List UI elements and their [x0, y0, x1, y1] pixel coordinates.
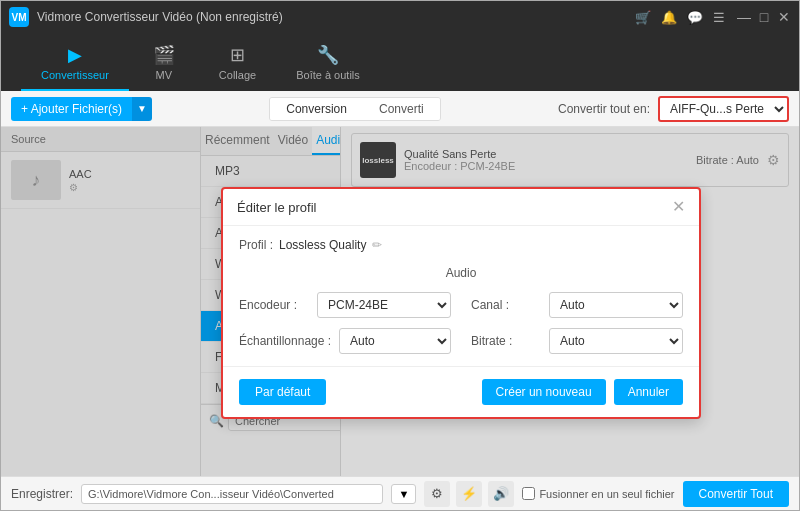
menu-icon[interactable]: ☰ — [713, 10, 725, 25]
sampling-label: Échantillonnage : — [239, 334, 331, 348]
bitrate-select[interactable]: Auto 128k 192k 256k 320k — [549, 328, 683, 354]
toolbar: + Ajouter Fichier(s) ▼ Conversion Conver… — [1, 91, 799, 127]
convert-all-label: Convertir tout en: — [558, 102, 650, 116]
modal-footer: Par défaut Créer un nouveau Annuler — [223, 366, 699, 417]
chat-icon[interactable]: 💬 — [687, 10, 703, 25]
merge-checkbox-label[interactable]: Fusionner en un seul fichier — [522, 487, 674, 500]
nav-mv[interactable]: 🎬 MV — [129, 38, 199, 91]
bell-icon[interactable]: 🔔 — [661, 10, 677, 25]
encoder-select[interactable]: PCM-24BE PCM-16BE PCM-8 AAC MP3 — [317, 292, 451, 318]
modal-overlay: Éditer le profil ✕ Profil : Lossless Qua… — [1, 127, 799, 476]
channel-label: Canal : — [471, 298, 541, 312]
mv-icon: 🎬 — [153, 44, 175, 66]
tool1-icon-btn[interactable]: ⚡ — [456, 481, 482, 507]
maximize-button[interactable]: □ — [757, 10, 771, 24]
nav-convertisseur[interactable]: ▶ Convertisseur — [21, 38, 129, 91]
modal-audio-section: Audio — [239, 266, 683, 280]
save-label: Enregistrer: — [11, 487, 73, 501]
cart-icon[interactable]: 🛒 — [635, 10, 651, 25]
window-title: Vidmore Convertisseur Vidéo (Non enregis… — [37, 10, 635, 24]
create-new-button[interactable]: Créer un nouveau — [482, 379, 606, 405]
merge-checkbox[interactable] — [522, 487, 535, 500]
titlebar-action-icons: 🛒 🔔 💬 ☰ — [635, 10, 725, 25]
tab-converti[interactable]: Converti — [363, 98, 440, 120]
nav-convertisseur-label: Convertisseur — [41, 69, 109, 81]
convert-all-button[interactable]: Convertir Tout — [683, 481, 789, 507]
modal-close-button[interactable]: ✕ — [672, 199, 685, 215]
modal-header: Éditer le profil ✕ — [223, 189, 699, 226]
profile-edit-icon[interactable]: ✏ — [372, 238, 382, 252]
default-button[interactable]: Par défaut — [239, 379, 326, 405]
bottom-icons: ⚙ ⚡ 🔊 — [424, 481, 514, 507]
add-file-button[interactable]: + Ajouter Fichier(s) — [11, 97, 132, 121]
nav-boite-label: Boîte à outils — [296, 69, 360, 81]
conversion-tab-group: Conversion Converti — [269, 97, 440, 121]
convertisseur-icon: ▶ — [68, 44, 82, 66]
add-file-dropdown[interactable]: ▼ — [132, 97, 152, 121]
merge-label: Fusionner en un seul fichier — [539, 488, 674, 500]
boite-icon: 🔧 — [317, 44, 339, 66]
tab-conversion[interactable]: Conversion — [270, 98, 363, 120]
minimize-button[interactable]: — — [737, 10, 751, 24]
profile-row: Profil : Lossless Quality ✏ — [239, 238, 683, 252]
bottombar: Enregistrer: G:\Vidmore\Vidmore Con...is… — [1, 476, 799, 510]
convert-all-select[interactable]: AIFF-Qu...s Perte — [658, 96, 789, 122]
main-window: VM Vidmore Convertisseur Vidéo (Non enre… — [0, 0, 800, 511]
modal-title: Éditer le profil — [237, 200, 316, 215]
add-file-group: + Ajouter Fichier(s) ▼ — [11, 97, 152, 121]
channel-row: Canal : Auto Mono Stereo — [471, 292, 683, 318]
channel-select[interactable]: Auto Mono Stereo — [549, 292, 683, 318]
encoder-label: Encodeur : — [239, 298, 309, 312]
profile-name: Lossless Quality — [279, 238, 366, 252]
navbar: ▶ Convertisseur 🎬 MV ⊞ Collage 🔧 Boîte à… — [1, 33, 799, 91]
settings-icon-btn[interactable]: ⚙ — [424, 481, 450, 507]
cancel-button[interactable]: Annuler — [614, 379, 683, 405]
modal-form: Encodeur : PCM-24BE PCM-16BE PCM-8 AAC M… — [239, 292, 683, 354]
nav-collage[interactable]: ⊞ Collage — [199, 38, 276, 91]
main-content: Source ♪ AAC ⚙ Récemment Vidéo Audi — [1, 127, 799, 476]
footer-right-buttons: Créer un nouveau Annuler — [482, 379, 683, 405]
collage-icon: ⊞ — [230, 44, 245, 66]
window-controls: — □ ✕ — [737, 10, 791, 24]
sampling-row: Échantillonnage : Auto 44100 48000 96000 — [239, 328, 451, 354]
close-button[interactable]: ✕ — [777, 10, 791, 24]
save-path: G:\Vidmore\Vidmore Con...isseur Vidéo\Co… — [81, 484, 383, 504]
app-icon: VM — [9, 7, 29, 27]
modal-body: Profil : Lossless Quality ✏ Audio Encode… — [223, 226, 699, 366]
edit-profile-modal: Éditer le profil ✕ Profil : Lossless Qua… — [221, 187, 701, 419]
profile-label: Profil : — [239, 238, 273, 252]
tool2-icon-btn[interactable]: 🔊 — [488, 481, 514, 507]
bitrate-label: Bitrate : — [471, 334, 541, 348]
sampling-select[interactable]: Auto 44100 48000 96000 — [339, 328, 451, 354]
path-dropdown-button[interactable]: ▼ — [391, 484, 416, 504]
bitrate-row: Bitrate : Auto 128k 192k 256k 320k — [471, 328, 683, 354]
encoder-row: Encodeur : PCM-24BE PCM-16BE PCM-8 AAC M… — [239, 292, 451, 318]
titlebar: VM Vidmore Convertisseur Vidéo (Non enre… — [1, 1, 799, 33]
nav-mv-label: MV — [156, 69, 173, 81]
nav-boite[interactable]: 🔧 Boîte à outils — [276, 38, 380, 91]
nav-collage-label: Collage — [219, 69, 256, 81]
